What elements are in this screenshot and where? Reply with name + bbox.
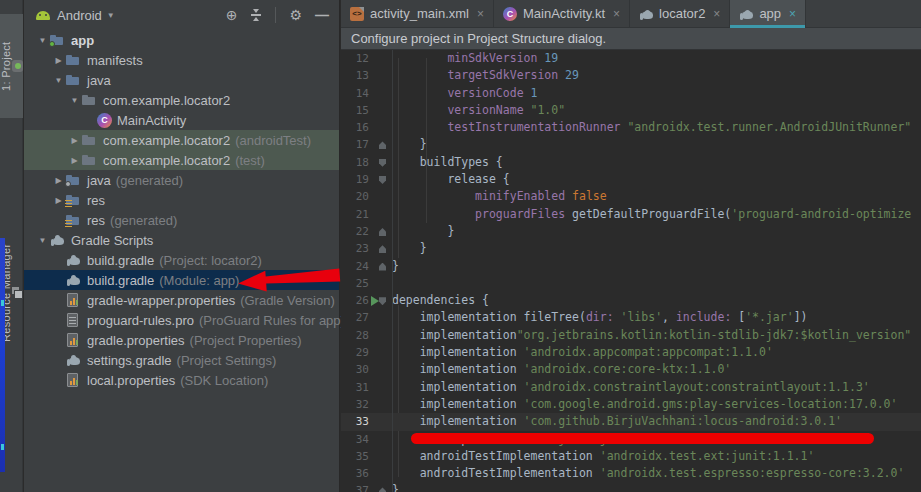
code-line-33[interactable]: 33 implementation 'com.github.BirjuVachh… [341,413,921,430]
line-number: 13 [341,67,369,84]
collapse-all-icon[interactable] [250,9,262,21]
hide-panel-icon[interactable]: — [315,8,329,22]
code-line-13[interactable]: 13 targetSdkVersion 29 [341,67,921,84]
code-text: androidTestImplementation 'androidx.test… [392,448,814,465]
chevron-collapsed-icon[interactable]: ▶ [68,136,81,145]
package-folder-icon [81,152,98,168]
fold-marker-icon[interactable] [379,245,386,253]
res-folder-icon [65,212,82,228]
gradle-elephant-icon [49,232,66,248]
editor-tab-bar: <>activity_main.xml×CMainActivity.kt×loc… [341,0,921,28]
tree-row-com-example-locator2-test[interactable]: ▶com.example.locator2(test) [24,150,339,170]
tool-window-button-project[interactable]: 1: Project [0,14,23,118]
tree-row-com-example-locator2[interactable]: ▼com.example.locator2 [24,90,339,110]
code-line-15[interactable]: 15 versionName "1.0" [341,102,921,119]
close-icon[interactable]: × [613,7,620,21]
kotlin-class-icon: C [97,113,112,128]
tree-row-settings-gradle-project-settings[interactable]: settings.gradle(Project Settings) [24,350,339,370]
locate-icon[interactable]: ⊕ [226,8,238,22]
line-number: 14 [341,85,369,102]
code-line-34[interactable]: 34 testImplementation 'junit:junit:4.12' [341,431,921,448]
close-icon[interactable]: × [789,7,796,21]
close-icon[interactable]: × [713,7,720,21]
chevron-expanded-icon[interactable]: ▼ [52,76,65,85]
code-line-24[interactable]: 24} [341,258,921,275]
tree-item-label: app [71,33,94,48]
code-editor[interactable]: 12 minSdkVersion 1913 targetSdkVersion 2… [341,50,921,492]
fold-marker-icon[interactable] [379,159,386,167]
code-line-25[interactable]: 25 [341,275,921,292]
chevron-collapsed-icon[interactable]: ▶ [68,156,81,165]
fold-marker-icon[interactable] [379,176,386,184]
line-number: 27 [341,309,369,326]
code-line-32[interactable]: 32 implementation 'com.google.android.gm… [341,396,921,413]
code-line-14[interactable]: 14 versionCode 1 [341,85,921,102]
tree-row-java-generated[interactable]: ▶java(generated) [24,170,339,190]
fold-marker-icon[interactable] [379,228,386,236]
chevron-collapsed-icon[interactable]: ▶ [52,196,65,205]
chevron-expanded-icon[interactable]: ▼ [36,236,49,245]
tree-row-local-properties-sdk-location[interactable]: local.properties(SDK Location) [24,370,339,390]
code-line-27[interactable]: 27 implementation fileTree(dir: 'libs', … [341,309,921,326]
tab-label: MainActivity.kt [523,6,605,21]
close-icon[interactable]: × [477,7,484,21]
chevron-collapsed-icon[interactable]: ▶ [52,176,65,185]
settings-gear-icon[interactable]: ⚙ [289,8,302,22]
code-line-37[interactable]: 37} [341,482,921,492]
code-text: dependencies { [392,292,489,309]
code-line-19[interactable]: 19 release { [341,171,921,188]
line-number: 21 [341,206,369,223]
project-view-selector[interactable]: Android [57,8,102,23]
gutter-fold-column [369,309,392,326]
line-number: 23 [341,240,369,257]
fold-marker-icon[interactable] [379,487,386,492]
code-line-31[interactable]: 31 implementation 'androidx.constraintla… [341,379,921,396]
code-line-23[interactable]: 23 } [341,240,921,257]
tree-row-gradle-properties-project-properties[interactable]: gradle.properties(Project Properties) [24,330,339,350]
code-line-30[interactable]: 30 implementation 'androidx.core:core-kt… [341,361,921,378]
tree-row-java[interactable]: ▼java [24,70,339,90]
tree-row-com-example-locator2-androidtest[interactable]: ▶com.example.locator2(androidTest) [24,130,339,150]
tree-row-gradle-wrapper-properties-gradle-version[interactable]: gradle-wrapper.properties(Gradle Version… [24,290,339,310]
code-line-28[interactable]: 28 implementation"org.jetbrains.kotlin:k… [341,327,921,344]
gradle-elephant-icon [65,252,82,268]
code-line-29[interactable]: 29 implementation 'androidx.appcompat:ap… [341,344,921,361]
tree-row-app[interactable]: ▼app [24,30,339,50]
code-line-22[interactable]: 22 } [341,223,921,240]
run-gutter-icon[interactable] [371,296,379,306]
fold-marker-icon[interactable] [379,263,386,271]
fold-marker-icon[interactable] [379,297,386,305]
code-line-36[interactable]: 36 androidTestImplementation 'androidx.t… [341,465,921,482]
code-line-21[interactable]: 21 proguardFiles getDefaultProguardFile(… [341,206,921,223]
chevron-collapsed-icon[interactable]: ▶ [52,56,65,65]
code-line-12[interactable]: 12 minSdkVersion 19 [341,50,921,67]
tree-row-res-generated[interactable]: res(generated) [24,210,339,230]
code-line-16[interactable]: 16 testInstrumentationRunner "androidx.t… [341,119,921,136]
fold-marker-icon[interactable] [379,141,386,149]
tab-mainactivity-kt[interactable]: CMainActivity.kt× [494,0,630,27]
code-line-26[interactable]: 26dependencies { [341,292,921,309]
code-line-17[interactable]: 17 } [341,136,921,153]
tab-label: activity_main.xml [370,6,469,21]
chevron-expanded-icon[interactable]: ▼ [68,96,81,105]
res-folder-icon [65,192,82,208]
tab-locator2[interactable]: locator2× [630,0,730,27]
code-line-35[interactable]: 35 androidTestImplementation 'androidx.t… [341,448,921,465]
tree-row-gradle-scripts[interactable]: ▼Gradle Scripts [24,230,339,250]
chevron-down-icon[interactable]: ▼ [107,11,115,20]
project-tree: ▼app▶manifests▼java▼com.example.locator2… [24,30,339,390]
tree-row-res[interactable]: ▶res [24,190,339,210]
tab-label: app [759,6,781,21]
code-line-20[interactable]: 20 minifyEnabled false [341,188,921,205]
tree-row-manifests[interactable]: ▶manifests [24,50,339,70]
tab-activity-main-xml[interactable]: <>activity_main.xml× [341,0,494,27]
tree-row-mainactivity[interactable]: CMainActivity [24,110,339,130]
chevron-expanded-icon[interactable]: ▼ [36,36,49,45]
code-line-18[interactable]: 18 buildTypes { [341,154,921,171]
tab-app[interactable]: app× [730,0,806,27]
code-text: } [392,258,399,275]
tree-row-proguard-rules-pro-proguard-rules-for-app[interactable]: proguard-rules.pro(ProGuard Rules for ap… [24,310,339,330]
gutter-fold-column [369,188,392,205]
properties-file-icon [65,292,82,308]
line-number: 15 [341,102,369,119]
